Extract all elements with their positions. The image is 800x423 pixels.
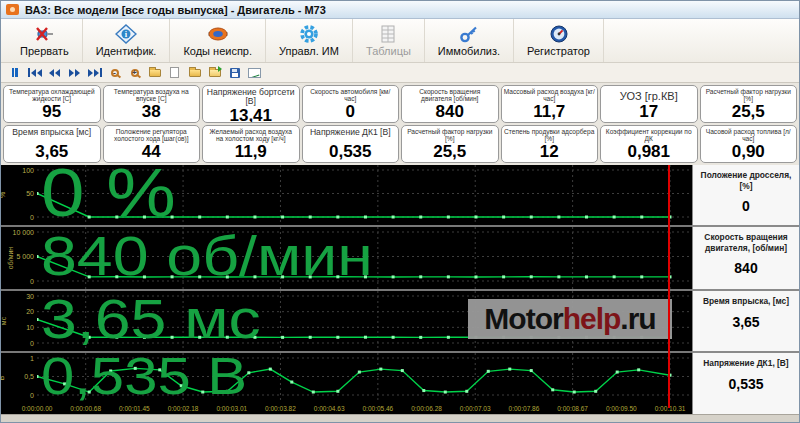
- side-panel-rpm: Скорость вращения двигателя, [об/мин]840: [692, 227, 799, 291]
- param-label: Скорость автомобиля [км/час]: [305, 88, 397, 102]
- y-tick-label: 50: [26, 190, 34, 197]
- step-forward-icon[interactable]: [66, 65, 83, 81]
- watermark-motor: Motor: [484, 302, 562, 336]
- abort-label: Прервать: [20, 45, 69, 57]
- time-axis: 0:00:00.000:00:00.680:00:01.450:00:02.18…: [1, 403, 692, 414]
- y-axis-rpm: об/мин10 0005 0000: [1, 227, 37, 289]
- graph-area: %100500 0 % об/мин10 0005 0000 840 об/ми…: [1, 165, 799, 414]
- y-tick-label: 20: [26, 308, 34, 315]
- param-label: Расчетный фактор нагрузки [%]: [703, 88, 795, 102]
- parameter-grid: Температура охлаждающей жидкости [C]95 Т…: [1, 83, 799, 165]
- param-label: Напряжение ДК1 [В]: [310, 128, 391, 137]
- side-panel-value: 840: [734, 260, 757, 276]
- folder-icon[interactable]: [146, 65, 163, 81]
- folder-import-icon[interactable]: [186, 65, 203, 81]
- side-panel-injection: Время впрыска, [мс]3,65: [692, 291, 799, 353]
- param-value: 38: [142, 103, 161, 120]
- side-panel-label: Положение дросселя, [%]: [693, 165, 799, 191]
- abort-button[interactable]: Прервать: [7, 19, 83, 62]
- graph-throttle: %100500 0 %: [1, 165, 692, 227]
- y-tick-label: 5 000: [16, 253, 34, 260]
- param-label: Расчетный фактор нагрузки [%]: [404, 128, 496, 142]
- y-tick-label: 1: [30, 355, 34, 362]
- zoom-in-icon[interactable]: +: [126, 65, 143, 81]
- window-title: ВАЗ: Все модели [все годы выпуска] - Дви…: [25, 4, 326, 16]
- param-value: 95: [42, 103, 61, 120]
- diagnostic-app-window: ВАЗ: Все модели [все годы выпуска] - Дви…: [0, 0, 800, 423]
- overlay-value-rpm: 840 об/мин: [41, 228, 373, 284]
- param-label: Положение регулятора холостого хода [шаг…: [106, 128, 198, 142]
- side-panel-throttle: Положение дросселя, [%]0: [692, 165, 799, 227]
- title-bar: ВАЗ: Все модели [все годы выпуска] - Дви…: [1, 1, 799, 19]
- y-axis-unit: %: [1, 192, 6, 198]
- abort-icon: [32, 24, 56, 44]
- time-tick-label: 0:00:08.67: [557, 405, 588, 412]
- save-icon[interactable]: [226, 65, 243, 81]
- bottom-strip: [1, 414, 799, 422]
- go-last-icon[interactable]: [86, 65, 103, 81]
- go-first-icon[interactable]: [26, 65, 43, 81]
- main-toolbar: Прервать i Идентифик. Коды неиспр. Управ…: [1, 19, 799, 63]
- param-value: 840: [436, 103, 464, 120]
- key-icon: [458, 24, 480, 44]
- param-box-injection-time: Время впрыска [мс]3,65: [3, 125, 101, 163]
- overlay-value-injection: 3,65 мс: [41, 291, 261, 347]
- param-value: 3,65: [35, 143, 68, 160]
- param-value: 25,5: [732, 103, 765, 120]
- tables-button: Таблицы: [353, 19, 425, 62]
- pause-icon[interactable]: [6, 65, 23, 81]
- dtc-label: Коды неиспр.: [183, 45, 252, 57]
- param-box-mass-air-flow: Массовый расход воздуха [кг/час]11,7: [501, 85, 599, 123]
- zoom-out-icon[interactable]: -: [106, 65, 123, 81]
- param-box-fuel-consumption: Часовой расход топлива [л/час]0,90: [700, 125, 798, 163]
- time-tick-label: 0:00:04.63: [314, 405, 345, 412]
- param-label: Температура охлаждающей жидкости [C]: [6, 88, 98, 102]
- side-panel-label: Время впрыска, [мс]: [697, 291, 795, 307]
- watermark-help: help: [563, 302, 621, 336]
- immobilizer-button[interactable]: Иммобилиз.: [425, 19, 514, 62]
- param-box-battery-voltage: Напряжение бортсети [В]13,41: [202, 85, 300, 123]
- param-box-o2-voltage: Напряжение ДК1 [В]0,535: [302, 125, 400, 163]
- y-axis-unit: В: [1, 376, 5, 381]
- param-value: 0: [346, 103, 355, 120]
- param-value: 13,41: [229, 107, 272, 123]
- app-icon: [6, 4, 20, 16]
- actuator-control-button[interactable]: Управл. ИМ: [266, 19, 353, 62]
- oscillogram-icon[interactable]: [246, 65, 263, 81]
- folder-open-icon[interactable]: [206, 65, 223, 81]
- param-box-coolant-temp: Температура охлаждающей жидкости [C]95: [3, 85, 101, 123]
- new-page-icon[interactable]: [166, 65, 183, 81]
- time-cursor[interactable]: [668, 165, 670, 408]
- time-tick-label: 0:00:03.01: [216, 405, 247, 412]
- param-value: 12: [540, 143, 559, 160]
- param-value: 11,7: [533, 103, 565, 120]
- param-label: Скорость вращения двигателя [об/мин]: [404, 88, 496, 102]
- immobilizer-label: Иммобилиз.: [438, 45, 500, 57]
- param-box-iac-position: Положение регулятора холостого хода [шаг…: [103, 125, 201, 163]
- param-label: Массовый расход воздуха [кг/час]: [504, 88, 596, 102]
- step-back-icon[interactable]: [46, 65, 63, 81]
- param-value: 17: [639, 103, 658, 120]
- recorder-button[interactable]: Регистратор: [514, 19, 604, 62]
- param-value: 0,90: [732, 143, 765, 160]
- side-panel-value: 3,65: [732, 314, 759, 330]
- identify-button[interactable]: i Идентифик.: [83, 19, 171, 62]
- param-value: 0,535: [329, 143, 372, 160]
- param-box-o2-correction: Коэффициент коррекции по ДК0,981: [600, 125, 698, 163]
- y-tick-label: 0: [30, 278, 34, 285]
- param-box-intake-air-temp: Температура воздуха на впуске [C]38: [103, 85, 201, 123]
- time-tick-label: 0:00:05.46: [362, 405, 393, 412]
- time-tick-label: 0:00:10.31: [655, 405, 686, 412]
- y-axis-injection: мс3020100: [1, 291, 37, 351]
- actuator-label: Управл. ИМ: [279, 45, 339, 57]
- time-tick-label: 0:00:07.86: [509, 405, 540, 412]
- side-panel-o2: Напряжение ДК1, [В]0,535: [692, 353, 799, 414]
- side-panel-value: 0: [742, 198, 750, 214]
- y-tick-label: 10 000: [13, 229, 34, 236]
- side-panel-label: Напряжение ДК1, [В]: [697, 353, 794, 369]
- y-axis-unit: мс: [1, 317, 7, 325]
- param-value: 44: [142, 143, 161, 160]
- y-tick-label: 30: [26, 293, 34, 300]
- dtc-button[interactable]: Коды неиспр.: [170, 19, 266, 62]
- param-value: 25,5: [433, 143, 466, 160]
